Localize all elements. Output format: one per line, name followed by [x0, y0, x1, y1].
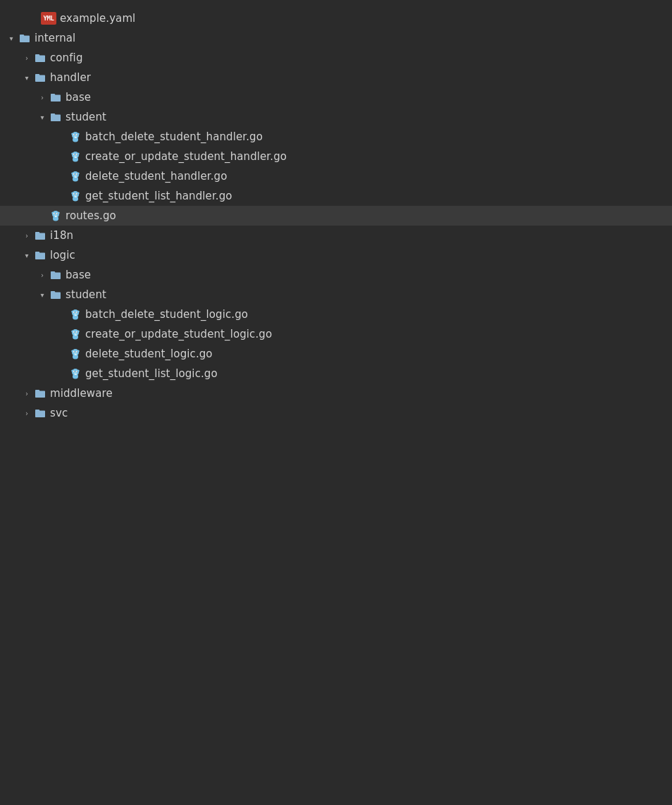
svg-point-17: [71, 153, 73, 155]
svg-point-69: [74, 331, 75, 332]
tree-item-delete-student-handler[interactable]: delete_student_handler.go: [0, 166, 672, 186]
svg-point-73: [77, 331, 79, 333]
svg-rect-54: [56, 216, 57, 218]
chevron-icon: [37, 92, 48, 103]
tree-item-handler-base[interactable]: base: [0, 87, 672, 107]
tree-item-routes[interactable]: routes.go: [0, 206, 672, 226]
tree-item-logic[interactable]: logic: [0, 245, 672, 265]
svg-rect-32: [76, 177, 77, 178]
svg-rect-86: [75, 355, 75, 356]
tree-item-logic-base[interactable]: base: [0, 265, 672, 285]
item-label: handler: [50, 71, 91, 84]
folder-icon: [34, 249, 46, 262]
tree-item-logic-student[interactable]: student: [0, 285, 672, 305]
svg-point-83: [71, 350, 73, 352]
svg-point-72: [71, 331, 73, 333]
item-label: svc: [50, 407, 68, 419]
yaml-file-icon: YML: [41, 12, 56, 25]
svg-point-48: [57, 213, 58, 214]
chevron-icon: [21, 250, 32, 261]
tree-item-batch-delete-student-logic[interactable]: batch_delete_student_logic.go: [0, 305, 672, 324]
item-label: get_student_list_handler.go: [85, 190, 232, 202]
tree-item-internal[interactable]: internal: [0, 28, 672, 48]
svg-rect-76: [76, 335, 77, 336]
tree-item-i18n[interactable]: i18n: [0, 226, 672, 245]
svg-rect-20: [75, 157, 75, 159]
item-label: base: [66, 91, 91, 104]
svg-point-26: [77, 173, 77, 174]
go-file-icon: [69, 308, 82, 321]
svg-point-81: [77, 351, 77, 352]
item-label: student: [66, 288, 106, 301]
folder-icon: [34, 51, 46, 64]
svg-rect-21: [76, 157, 77, 159]
svg-rect-53: [55, 216, 56, 218]
tree-item-handler-student[interactable]: student: [0, 107, 672, 127]
go-file-icon: [49, 209, 62, 222]
folder-icon: [34, 229, 46, 242]
chevron-icon: [21, 230, 32, 241]
item-label: example.yaml: [60, 12, 135, 25]
item-label: create_or_update_student_logic.go: [85, 328, 272, 340]
svg-point-3: [74, 134, 75, 135]
svg-point-94: [71, 370, 73, 372]
chevron-icon: [37, 269, 48, 281]
svg-point-62: [77, 311, 79, 313]
svg-point-18: [77, 153, 79, 155]
tree-item-get-student-list-logic[interactable]: get_student_list_logic.go: [0, 364, 672, 383]
chevron-icon: [37, 111, 48, 123]
svg-point-51: [58, 212, 59, 214]
svg-rect-10: [76, 137, 77, 139]
svg-point-50: [51, 212, 53, 214]
svg-point-14: [74, 154, 75, 154]
svg-point-47: [54, 213, 55, 214]
folder-icon: [34, 407, 46, 419]
item-label: batch_delete_student_handler.go: [85, 130, 263, 143]
svg-point-95: [77, 370, 79, 372]
tree-item-config[interactable]: config: [0, 48, 672, 68]
svg-rect-97: [75, 374, 75, 376]
svg-point-91: [74, 371, 75, 371]
svg-point-70: [77, 331, 77, 332]
tree-item-get-student-list-handler[interactable]: get_student_list_handler.go: [0, 186, 672, 206]
tree-item-create-or-update-student-handler[interactable]: create_or_update_student_handler.go: [0, 147, 672, 166]
file-tree: YMLexample.yaml internal config handler …: [0, 6, 672, 426]
chevron-icon: [21, 407, 32, 419]
svg-point-4: [77, 134, 77, 135]
tree-item-middleware[interactable]: middleware: [0, 383, 672, 403]
folder-icon: [34, 387, 46, 400]
item-label: get_student_list_logic.go: [85, 367, 218, 380]
go-file-icon: [69, 150, 82, 163]
svg-rect-87: [76, 355, 77, 356]
item-label: logic: [50, 249, 75, 262]
chevron-icon: [21, 52, 32, 63]
tree-item-delete-student-logic[interactable]: delete_student_logic.go: [0, 344, 672, 364]
go-file-icon: [69, 190, 82, 202]
svg-rect-98: [76, 374, 77, 376]
item-label: base: [66, 269, 91, 281]
tree-item-handler[interactable]: handler: [0, 68, 672, 87]
svg-point-58: [74, 312, 75, 312]
tree-item-create-or-update-student-logic[interactable]: create_or_update_student_logic.go: [0, 324, 672, 344]
svg-point-40: [77, 192, 79, 195]
svg-point-37: [77, 193, 77, 194]
svg-rect-65: [76, 315, 77, 317]
go-file-icon: [69, 130, 82, 143]
item-label: student: [66, 111, 106, 123]
svg-rect-75: [75, 335, 75, 336]
folder-icon: [49, 91, 62, 104]
svg-point-15: [77, 154, 77, 154]
tree-item-example-yaml[interactable]: YMLexample.yaml: [0, 8, 672, 28]
svg-point-61: [71, 311, 73, 313]
svg-point-29: [77, 173, 79, 175]
item-label: delete_student_handler.go: [85, 170, 227, 183]
chevron-icon: [6, 32, 17, 44]
tree-item-svc[interactable]: svc: [0, 403, 672, 423]
tree-item-batch-delete-student-handler[interactable]: batch_delete_student_handler.go: [0, 127, 672, 147]
svg-rect-43: [76, 197, 77, 198]
svg-point-84: [77, 350, 79, 352]
item-label: internal: [35, 32, 75, 44]
svg-point-36: [74, 193, 75, 194]
item-label: delete_student_logic.go: [85, 348, 213, 360]
svg-point-25: [74, 173, 75, 174]
